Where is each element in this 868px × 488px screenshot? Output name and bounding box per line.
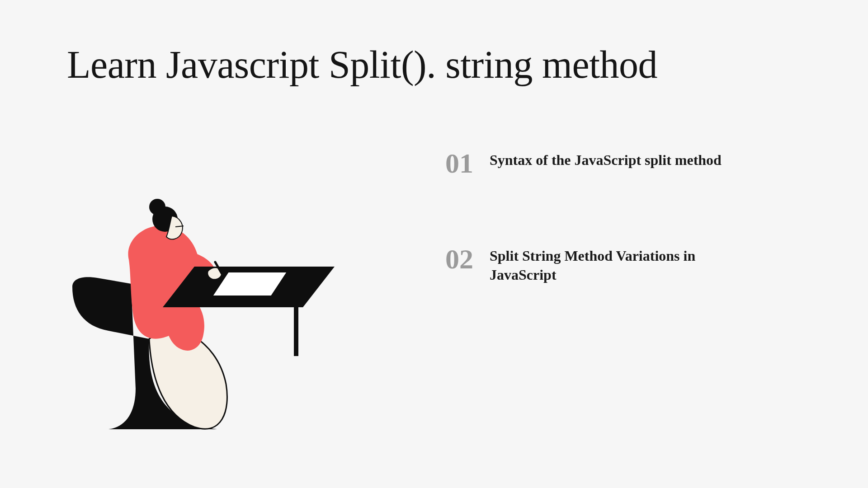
toc-item: 01 Syntax of the JavaScript split method	[445, 149, 726, 177]
person-writing-illustration	[59, 199, 339, 443]
toc-label: Syntax of the JavaScript split method	[490, 149, 722, 170]
page-title: Learn Javascript Split(). string method	[67, 43, 657, 86]
toc-label: Split String Method Variations in JavaSc…	[490, 245, 726, 284]
toc-number: 02	[445, 245, 473, 273]
svg-rect-2	[294, 306, 298, 356]
toc-number: 01	[445, 149, 473, 177]
slide: Learn Javascript Split(). string method …	[0, 0, 868, 488]
table-of-contents: 01 Syntax of the JavaScript split method…	[445, 149, 726, 352]
svg-point-1	[149, 199, 165, 215]
title-text: Learn Javascript Split(). string method	[67, 43, 657, 86]
toc-item: 02 Split String Method Variations in Jav…	[445, 245, 726, 284]
